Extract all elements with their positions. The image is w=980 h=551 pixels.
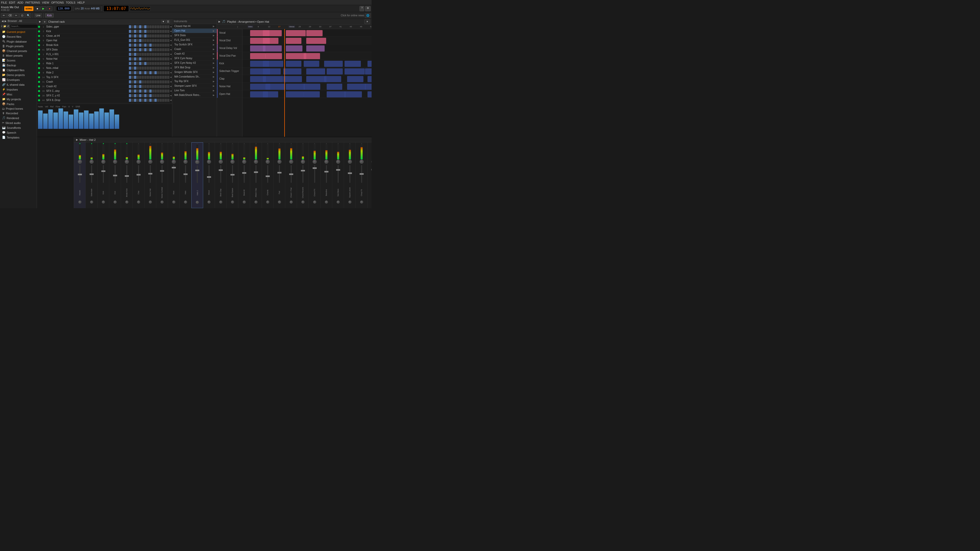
channel-arrow-9[interactable]: ◀ [170, 67, 172, 69]
pad-0-5[interactable] [142, 25, 144, 28]
track-block-5-2[interactable] [283, 68, 301, 75]
pad-5-1[interactable] [131, 48, 134, 51]
channel-row-15[interactable]: 38 SFX C..y #2 ◀ [37, 94, 172, 98]
mixer-send-knob-1[interactable] [90, 200, 93, 203]
pad-0-7[interactable] [147, 25, 149, 28]
pad-15-6[interactable] [144, 94, 146, 97]
sidebar-item-templates[interactable]: 📄 Templates [0, 135, 37, 140]
sidebar-item-demo-projects[interactable]: 📂 Demo projects [0, 73, 37, 77]
channel-rack-btn2[interactable]: ☰ [166, 20, 170, 24]
pad-8-9[interactable] [152, 62, 154, 65]
pad-12-11[interactable] [157, 80, 159, 83]
track-block-6-4[interactable] [324, 76, 341, 82]
pad-2-2[interactable] [134, 35, 136, 38]
pad-1-4[interactable] [139, 30, 142, 33]
pad-10-5[interactable] [142, 71, 144, 74]
pad-15-9[interactable] [152, 94, 154, 97]
pad-14-10[interactable] [154, 89, 157, 93]
sidebar-item-project-bones[interactable]: 🗂 Project bones [0, 106, 37, 111]
pad-11-13[interactable] [162, 76, 164, 79]
pad-13-7[interactable] [147, 85, 149, 88]
pad-11-8[interactable] [149, 76, 151, 79]
pad-3-4[interactable] [139, 39, 142, 42]
pad-4-13[interactable] [162, 44, 164, 47]
select-tool[interactable]: ⊡ [19, 13, 25, 18]
mixer-knob-pan-14[interactable] [242, 160, 246, 164]
pad-11-9[interactable] [152, 76, 154, 79]
track-block-8-1[interactable] [263, 91, 278, 97]
pad-8-4[interactable] [139, 62, 142, 65]
pad-8-10[interactable] [154, 62, 157, 65]
instrument-item-7[interactable]: SFX Cym Noisy ▶ [172, 56, 217, 61]
pad-12-2[interactable] [134, 80, 136, 83]
sidebar-item-current-project[interactable]: 📁 Current project [0, 29, 37, 34]
channel-led-3[interactable] [38, 40, 40, 41]
mixer-channel-13[interactable]: Beat Space [227, 142, 239, 208]
mixer-knob-pan-7[interactable] [160, 160, 164, 164]
pad-14-12[interactable] [159, 89, 162, 93]
pad-12-10[interactable] [154, 80, 157, 83]
pad-13-3[interactable] [137, 85, 139, 88]
pad-11-0[interactable] [129, 76, 131, 79]
pad-5-13[interactable] [162, 48, 164, 51]
instrument-item-5[interactable]: Crash ▶ [172, 47, 217, 52]
pad-7-14[interactable] [165, 57, 167, 60]
mixer-knob-pan-10[interactable] [195, 160, 199, 164]
pad-3-9[interactable] [152, 39, 154, 42]
mixer-fader-22[interactable] [338, 165, 339, 183]
mixer-channel-1[interactable]: Sidechain [86, 142, 97, 208]
pad-15-13[interactable] [162, 94, 164, 97]
mixer-fader-thumb-11[interactable] [207, 176, 211, 178]
toolbar-btn-settings[interactable]: ⚙ [365, 6, 371, 11]
mixer-fader-4[interactable] [126, 165, 127, 183]
mixer-fader-16[interactable] [267, 165, 268, 183]
pad-4-12[interactable] [159, 44, 162, 47]
sidebar-folder-btn[interactable]: 📁 [3, 24, 6, 28]
pad-1-0[interactable] [129, 30, 131, 33]
mixer-fader-11[interactable] [208, 165, 210, 183]
pad-14-14[interactable] [165, 89, 167, 93]
channel-rack-btn1[interactable]: ▼ [161, 20, 165, 24]
instrument-item-6[interactable]: Crash #2 ▶ [172, 52, 217, 56]
mixer-fader-thumb-6[interactable] [148, 173, 152, 175]
mixer-fader-thumb-15[interactable] [254, 171, 258, 173]
mixer-channel-18[interactable]: Chord + Pad [285, 142, 297, 208]
pad-8-2[interactable] [134, 62, 136, 65]
pad-14-15[interactable] [167, 89, 169, 93]
pad-2-14[interactable] [165, 35, 167, 38]
track-block-7-1[interactable] [266, 84, 285, 90]
sidebar-item-rendered[interactable]: 🎵 Rendered [0, 116, 37, 121]
pad-5-2[interactable] [134, 48, 136, 51]
pad-10-8[interactable] [149, 71, 151, 74]
sidebar-item-sliced-audio[interactable]: ✂ Sliced audio [0, 121, 37, 125]
pad-15-11[interactable] [157, 94, 159, 97]
pad-9-14[interactable] [165, 67, 167, 70]
pad-16-2[interactable] [134, 99, 136, 102]
mixer-send-knob-19[interactable] [301, 200, 304, 203]
track-block-1-1[interactable] [263, 38, 278, 44]
pad-4-2[interactable] [134, 44, 136, 47]
mixer-send-knob-23[interactable] [348, 200, 352, 203]
channel-row-2[interactable]: 8 Close..at #4 ◀ [37, 34, 172, 38]
mixer-send-knob-13[interactable] [231, 200, 234, 203]
pad-12-8[interactable] [149, 80, 151, 83]
cut-tool[interactable]: ✂ [13, 13, 19, 18]
pad-15-2[interactable] [134, 94, 136, 97]
step-bar-6[interactable] [68, 114, 73, 129]
mixer-fader-thumb-18[interactable] [289, 173, 293, 175]
pad-16-11[interactable] [157, 99, 159, 102]
mixer-fader-0[interactable] [80, 165, 80, 183]
pad-13-4[interactable] [139, 85, 142, 88]
pad-1-12[interactable] [159, 30, 162, 33]
mixer-send-knob-7[interactable] [161, 200, 164, 203]
mixer-fader-thumb-10[interactable] [195, 170, 199, 171]
pad-7-13[interactable] [162, 57, 164, 60]
pad-3-14[interactable] [165, 39, 167, 42]
step-bar-5[interactable] [64, 111, 68, 129]
mixer-fader-7[interactable] [162, 165, 162, 183]
mixer-fader-thumb-4[interactable] [125, 175, 129, 177]
channel-arrow-6[interactable]: ◀ [170, 53, 172, 56]
pad-11-11[interactable] [157, 76, 159, 79]
pad-7-7[interactable] [147, 57, 149, 60]
pad-7-4[interactable] [139, 57, 142, 60]
